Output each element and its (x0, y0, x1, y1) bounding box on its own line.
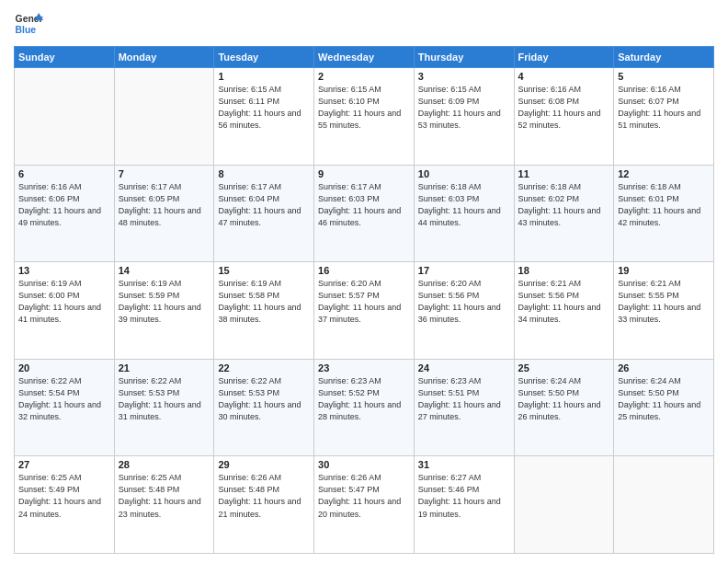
day-number: 23 (318, 362, 410, 373)
week-row-2: 6Sunrise: 6:16 AM Sunset: 6:06 PM Daylig… (15, 165, 714, 262)
weekday-header-tuesday: Tuesday (214, 47, 314, 68)
calendar-cell: 22Sunrise: 6:22 AM Sunset: 5:53 PM Dayli… (214, 359, 314, 456)
calendar-cell: 4Sunrise: 6:16 AM Sunset: 6:08 PM Daylig… (514, 68, 614, 166)
page: General Blue SundayMondayTuesdayWednesda… (0, 0, 728, 563)
day-info: Sunrise: 6:21 AM Sunset: 5:55 PM Dayligh… (618, 278, 710, 326)
day-number: 19 (618, 265, 710, 276)
day-number: 11 (518, 168, 610, 179)
day-info: Sunrise: 6:19 AM Sunset: 5:59 PM Dayligh… (119, 278, 210, 326)
day-info: Sunrise: 6:20 AM Sunset: 5:57 PM Dayligh… (318, 278, 410, 326)
day-number: 1 (218, 71, 310, 82)
day-number: 18 (518, 265, 610, 276)
calendar-cell: 15Sunrise: 6:19 AM Sunset: 5:58 PM Dayli… (214, 262, 314, 360)
day-number: 6 (18, 168, 110, 179)
day-number: 29 (218, 459, 310, 470)
calendar-cell: 18Sunrise: 6:21 AM Sunset: 5:56 PM Dayli… (514, 262, 614, 360)
day-number: 30 (318, 459, 410, 470)
day-info: Sunrise: 6:24 AM Sunset: 5:50 PM Dayligh… (518, 375, 610, 423)
day-number: 7 (119, 168, 210, 179)
weekday-header-sunday: Sunday (15, 47, 115, 68)
calendar-cell: 28Sunrise: 6:25 AM Sunset: 5:48 PM Dayli… (114, 456, 214, 554)
day-info: Sunrise: 6:16 AM Sunset: 6:06 PM Dayligh… (18, 181, 110, 229)
day-number: 10 (418, 168, 510, 179)
calendar-cell: 27Sunrise: 6:25 AM Sunset: 5:49 PM Dayli… (15, 456, 115, 554)
day-info: Sunrise: 6:20 AM Sunset: 5:56 PM Dayligh… (418, 278, 510, 326)
weekday-header-saturday: Saturday (614, 47, 714, 68)
calendar-cell: 24Sunrise: 6:23 AM Sunset: 5:51 PM Dayli… (414, 359, 514, 456)
day-info: Sunrise: 6:17 AM Sunset: 6:03 PM Dayligh… (318, 181, 410, 229)
calendar-cell: 5Sunrise: 6:16 AM Sunset: 6:07 PM Daylig… (614, 68, 714, 166)
weekday-header-wednesday: Wednesday (314, 47, 415, 68)
calendar-cell: 6Sunrise: 6:16 AM Sunset: 6:06 PM Daylig… (15, 165, 115, 262)
day-info: Sunrise: 6:15 AM Sunset: 6:09 PM Dayligh… (418, 84, 510, 132)
calendar-cell: 3Sunrise: 6:15 AM Sunset: 6:09 PM Daylig… (414, 68, 514, 166)
day-info: Sunrise: 6:26 AM Sunset: 5:48 PM Dayligh… (218, 472, 310, 520)
day-number: 25 (518, 362, 610, 373)
calendar-table: SundayMondayTuesdayWednesdayThursdayFrid… (14, 46, 714, 554)
day-info: Sunrise: 6:21 AM Sunset: 5:56 PM Dayligh… (518, 278, 610, 326)
day-info: Sunrise: 6:15 AM Sunset: 6:11 PM Dayligh… (218, 84, 310, 132)
day-number: 16 (318, 265, 410, 276)
day-number: 5 (618, 71, 710, 82)
calendar-cell: 7Sunrise: 6:17 AM Sunset: 6:05 PM Daylig… (114, 165, 214, 262)
day-info: Sunrise: 6:18 AM Sunset: 6:02 PM Dayligh… (518, 181, 610, 229)
day-number: 26 (618, 362, 710, 373)
day-info: Sunrise: 6:22 AM Sunset: 5:53 PM Dayligh… (119, 375, 210, 423)
calendar-cell: 31Sunrise: 6:27 AM Sunset: 5:46 PM Dayli… (414, 456, 514, 554)
week-row-1: 1Sunrise: 6:15 AM Sunset: 6:11 PM Daylig… (15, 68, 714, 166)
week-row-5: 27Sunrise: 6:25 AM Sunset: 5:49 PM Dayli… (15, 456, 714, 554)
day-info: Sunrise: 6:25 AM Sunset: 5:49 PM Dayligh… (18, 472, 110, 520)
calendar-cell: 30Sunrise: 6:26 AM Sunset: 5:47 PM Dayli… (314, 456, 415, 554)
day-number: 20 (18, 362, 110, 373)
day-info: Sunrise: 6:17 AM Sunset: 6:04 PM Dayligh… (218, 181, 310, 229)
day-info: Sunrise: 6:22 AM Sunset: 5:54 PM Dayligh… (18, 375, 110, 423)
day-info: Sunrise: 6:19 AM Sunset: 6:00 PM Dayligh… (18, 278, 110, 326)
day-number: 28 (119, 459, 210, 470)
day-number: 15 (218, 265, 310, 276)
day-info: Sunrise: 6:24 AM Sunset: 5:50 PM Dayligh… (618, 375, 710, 423)
week-row-4: 20Sunrise: 6:22 AM Sunset: 5:54 PM Dayli… (15, 359, 714, 456)
day-number: 2 (318, 71, 410, 82)
day-number: 22 (218, 362, 310, 373)
svg-text:Blue: Blue (16, 25, 37, 35)
calendar-cell (514, 456, 614, 554)
weekday-header-thursday: Thursday (414, 47, 514, 68)
calendar-cell: 29Sunrise: 6:26 AM Sunset: 5:48 PM Dayli… (214, 456, 314, 554)
day-number: 17 (418, 265, 510, 276)
day-number: 24 (418, 362, 510, 373)
day-info: Sunrise: 6:23 AM Sunset: 5:51 PM Dayligh… (418, 375, 510, 423)
day-number: 14 (119, 265, 210, 276)
header: General Blue (14, 9, 714, 39)
day-number: 3 (418, 71, 510, 82)
day-info: Sunrise: 6:16 AM Sunset: 6:08 PM Dayligh… (518, 84, 610, 132)
day-info: Sunrise: 6:18 AM Sunset: 6:03 PM Dayligh… (418, 181, 510, 229)
day-number: 4 (518, 71, 610, 82)
logo: General Blue (14, 9, 43, 39)
calendar-cell: 10Sunrise: 6:18 AM Sunset: 6:03 PM Dayli… (414, 165, 514, 262)
day-number: 13 (18, 265, 110, 276)
day-number: 12 (618, 168, 710, 179)
calendar-cell (15, 68, 115, 166)
day-info: Sunrise: 6:23 AM Sunset: 5:52 PM Dayligh… (318, 375, 410, 423)
calendar-cell: 12Sunrise: 6:18 AM Sunset: 6:01 PM Dayli… (614, 165, 714, 262)
day-info: Sunrise: 6:22 AM Sunset: 5:53 PM Dayligh… (218, 375, 310, 423)
calendar-cell: 19Sunrise: 6:21 AM Sunset: 5:55 PM Dayli… (614, 262, 714, 360)
calendar-cell: 21Sunrise: 6:22 AM Sunset: 5:53 PM Dayli… (114, 359, 214, 456)
day-number: 8 (218, 168, 310, 179)
calendar-cell: 1Sunrise: 6:15 AM Sunset: 6:11 PM Daylig… (214, 68, 314, 166)
calendar-cell: 14Sunrise: 6:19 AM Sunset: 5:59 PM Dayli… (114, 262, 214, 360)
day-number: 21 (119, 362, 210, 373)
calendar-cell: 20Sunrise: 6:22 AM Sunset: 5:54 PM Dayli… (15, 359, 115, 456)
day-number: 31 (418, 459, 510, 470)
calendar-cell (614, 456, 714, 554)
calendar-cell: 25Sunrise: 6:24 AM Sunset: 5:50 PM Dayli… (514, 359, 614, 456)
day-info: Sunrise: 6:16 AM Sunset: 6:07 PM Dayligh… (618, 84, 710, 132)
weekday-header-row: SundayMondayTuesdayWednesdayThursdayFrid… (15, 47, 714, 68)
calendar-cell: 2Sunrise: 6:15 AM Sunset: 6:10 PM Daylig… (314, 68, 415, 166)
calendar-cell: 9Sunrise: 6:17 AM Sunset: 6:03 PM Daylig… (314, 165, 415, 262)
day-info: Sunrise: 6:17 AM Sunset: 6:05 PM Dayligh… (119, 181, 210, 229)
day-info: Sunrise: 6:26 AM Sunset: 5:47 PM Dayligh… (318, 472, 410, 520)
calendar-cell: 23Sunrise: 6:23 AM Sunset: 5:52 PM Dayli… (314, 359, 415, 456)
calendar-cell: 13Sunrise: 6:19 AM Sunset: 6:00 PM Dayli… (15, 262, 115, 360)
day-info: Sunrise: 6:19 AM Sunset: 5:58 PM Dayligh… (218, 278, 310, 326)
